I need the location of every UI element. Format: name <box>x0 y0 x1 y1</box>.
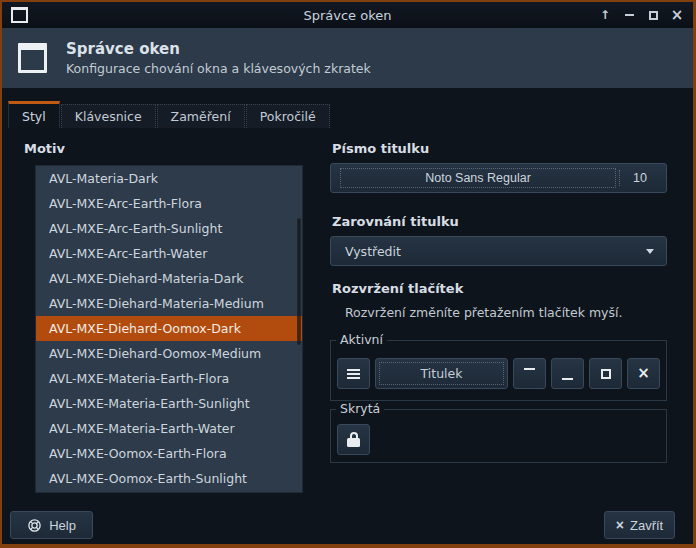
alignment-section-label: Zarovnání titulku <box>332 214 459 229</box>
theme-list-item[interactable]: AVL-MXE-Materia-Earth-Sunlight <box>36 391 302 416</box>
button-layout-section-label: Rozvržení tlačítek <box>332 281 463 296</box>
close-icon: × <box>637 366 650 381</box>
scrollbar-thumb[interactable] <box>297 218 301 345</box>
menu-button[interactable] <box>337 358 370 389</box>
theme-list-item[interactable]: AVL-MXE-Materia-Earth-Flora <box>36 366 302 391</box>
window-title: Správce oken <box>2 8 693 23</box>
shade-layout-button[interactable] <box>513 358 546 389</box>
titlebar[interactable]: Správce oken ↑ × <box>2 2 693 28</box>
theme-list-item[interactable]: AVL-MXE-Materia-Earth-Water <box>36 416 302 441</box>
help-icon <box>27 518 42 533</box>
minimize-layout-button[interactable] <box>551 358 584 389</box>
maximize-layout-button[interactable] <box>589 358 622 389</box>
lock-icon <box>347 438 360 447</box>
window-controls: ↑ × <box>596 6 693 24</box>
alignment-value: Vystředit <box>331 244 646 259</box>
theme-list-item[interactable]: AVL-MXE-Diehard-Oomox-Dark <box>36 316 302 341</box>
active-frame-label: Aktivní <box>336 332 387 347</box>
close-layout-button[interactable]: × <box>627 358 660 389</box>
tab-bar: Styl Klávesnice Zaměření Pokročilé <box>8 101 330 128</box>
hidden-buttons-frame: Skrytá <box>330 409 667 463</box>
window-icon <box>11 7 28 23</box>
theme-list-item[interactable]: AVL-MXE-Arc-Earth-Water <box>36 241 302 266</box>
page-subtitle: Konfigurace chování okna a klávesových z… <box>66 61 371 76</box>
theme-list: AVL-Materia-DarkAVL-MXE-Arc-Earth-FloraA… <box>35 165 303 493</box>
active-buttons-frame: Aktivní Titulek × <box>330 340 667 401</box>
window-manager-icon <box>18 43 47 73</box>
font-name-label: Noto Sans Regular <box>337 165 619 191</box>
maximize-icon <box>649 11 658 20</box>
help-button[interactable]: Help <box>10 511 93 539</box>
theme-list-item[interactable]: AVL-MXE-Oomox-Earth-Sunlight <box>36 466 302 491</box>
font-size-value: 10 <box>620 165 660 191</box>
close-dialog-button[interactable]: × Zavřít <box>604 511 675 539</box>
theme-list-item[interactable]: AVL-Materia-Dark <box>36 166 302 191</box>
tab-zamereni[interactable]: Zaměření <box>157 104 245 128</box>
theme-list-item[interactable]: AVL-MXE-Arc-Earth-Sunlight <box>36 216 302 241</box>
theme-list-item[interactable]: AVL-MXE-Diehard-Oomox-Medium <box>36 341 302 366</box>
header-text: Správce oken Konfigurace chování okna a … <box>66 40 371 76</box>
font-section-label: Písmo titulku <box>332 141 429 156</box>
dropdown-arrow-icon <box>646 249 654 254</box>
hidden-frame-label: Skrytá <box>336 401 384 416</box>
close-icon: × <box>616 517 624 533</box>
close-button[interactable]: × <box>668 6 686 24</box>
tab-styl[interactable]: Styl <box>8 101 60 128</box>
button-layout-hint: Rozvržení změníte přetažením tlačítek my… <box>345 305 622 320</box>
theme-list-item[interactable]: AVL-MXE-Oomox-Earth-Flora <box>36 441 302 466</box>
page-title: Správce oken <box>66 40 371 58</box>
sticky-layout-button[interactable] <box>337 424 370 455</box>
shade-button[interactable]: ↑ <box>596 6 614 24</box>
theme-list-item[interactable]: AVL-MXE-Diehard-Materia-Dark <box>36 266 302 291</box>
title-font-button[interactable]: Noto Sans Regular 10 <box>330 163 667 193</box>
window-manager-dialog: Správce oken ↑ × Správce oken Konfigurac… <box>0 0 696 548</box>
maximize-icon <box>601 369 611 379</box>
minimize-button[interactable] <box>620 6 638 24</box>
tab-klavesnice[interactable]: Klávesnice <box>61 104 156 128</box>
title-alignment-select[interactable]: Vystředit <box>330 236 667 266</box>
close-icon: × <box>671 8 684 23</box>
help-button-label: Help <box>49 518 76 533</box>
theme-section-label: Motiv <box>24 141 65 156</box>
tab-pokrocile[interactable]: Pokročilé <box>246 104 330 128</box>
minimize-icon <box>625 14 634 16</box>
close-button-label: Zavřít <box>630 518 663 533</box>
title-placeholder-button[interactable]: Titulek <box>375 358 508 389</box>
shade-icon: ↑ <box>600 9 610 21</box>
theme-list-item[interactable]: AVL-MXE-Arc-Earth-Flora <box>36 191 302 216</box>
menu-icon <box>347 369 360 379</box>
shade-icon <box>524 368 535 370</box>
dialog-header: Správce oken Konfigurace chování okna a … <box>2 28 693 88</box>
minimize-icon <box>562 378 573 380</box>
active-button-row: Titulek × <box>337 358 660 389</box>
maximize-button[interactable] <box>644 6 662 24</box>
theme-list-item[interactable]: AVL-MXE-Diehard-Materia-Medium <box>36 291 302 316</box>
